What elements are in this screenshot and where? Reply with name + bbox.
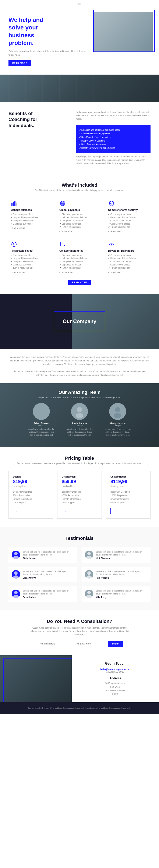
- svg-rect-0: [11, 204, 12, 206]
- benefits-section: Benefits of Coaching for Individuals. Se…: [0, 102, 159, 174]
- testimonial-stella-text: Sample text. Click to select the text bo…: [23, 551, 74, 556]
- testimonial-olga-content: Sample text. Click to select the text bo…: [23, 570, 74, 579]
- contact-email: hello@creativeagency.com: [78, 668, 153, 671]
- pricing-plan-customization-price: $119,99: [110, 479, 146, 484]
- testimonial-olga: Sample text. Click to select the text bo…: [8, 567, 77, 582]
- testimonial-avatar-mike: [85, 590, 93, 598]
- hero-image: [93, 12, 153, 52]
- read-more-button[interactable]: READ MORE: [68, 280, 91, 285]
- chart-icon: [10, 200, 18, 207]
- feature-global-payments-title: Global payments: [59, 209, 100, 211]
- svg-point-29: [86, 576, 92, 579]
- svg-point-30: [14, 591, 18, 594]
- footer: Sample text. Click to select the text bo…: [0, 702, 159, 714]
- consultation-submit-button[interactable]: Submit: [108, 641, 123, 647]
- features-grid: Manage business Give away your ideas Hel…: [8, 198, 151, 275]
- testimonial-cash-content: Sample text. Click to select the text bo…: [23, 590, 74, 598]
- testimonial-paul-name: Paul Hudson: [96, 577, 147, 579]
- feature-predictable-payout-learn-more[interactable]: LEARN MORE: [10, 271, 51, 273]
- testimonial-avatar-olga: [12, 570, 20, 579]
- pricing-plan-customization-name: Customization: [110, 475, 146, 478]
- company-para1: Arcu eu volutris amet quam lacus sit ame…: [8, 355, 151, 366]
- testimonial-avatar-cash: [12, 590, 20, 598]
- team-member-marry-name: Marry Hudson: [103, 422, 132, 425]
- bottom-image-border-box: [3, 658, 72, 702]
- feature-collaboration-notes-learn-more[interactable]: LEARN MORE: [59, 271, 100, 273]
- testimonial-cash-text: Sample text. Click to select the text bo…: [23, 590, 74, 595]
- building-image-strip: [0, 74, 159, 102]
- globe-icon: [59, 200, 66, 207]
- team-member-linda-name: Linda Larson: [65, 422, 94, 425]
- svg-point-27: [13, 576, 19, 579]
- pricing-plan-development-name: Development: [62, 475, 97, 478]
- hero-cta-button[interactable]: READ MORE: [8, 60, 31, 66]
- benefits-item-6: Boost your networking opportunities: [79, 146, 147, 150]
- pricing-plan-development-price: $59,99: [62, 479, 97, 484]
- pricing-cards: Design $19,99 Heading Here Beautifully D…: [8, 471, 151, 519]
- pricing-development-arrow[interactable]: →: [62, 508, 68, 514]
- pricing-card-design: Design $19,99 Heading Here Beautifully D…: [8, 471, 53, 519]
- svg-text:$: $: [13, 243, 14, 246]
- testimonials-heading: Testimonials: [8, 535, 151, 541]
- svg-line-15: [111, 243, 112, 246]
- team-cards: Adam Jonson Developer Sample text. Click…: [8, 403, 151, 437]
- benefits-desc1: Sed pulvinar proin gravida hendrerit lec…: [76, 111, 151, 121]
- our-company-heading: Our Company: [63, 318, 96, 324]
- team-avatar-linda: [71, 403, 88, 420]
- pricing-plan-design-name: Design: [13, 475, 49, 478]
- feature-predictable-payout-list: Give away your ideas Help avoid obvious …: [10, 254, 51, 270]
- feature-security-list: Give away your ideas Help avoid obvious …: [108, 213, 149, 228]
- team-member-marry-role: Designer: [103, 425, 132, 427]
- feature-manage-business-learn-more[interactable]: LEARN MORE: [10, 227, 51, 229]
- benefits-item-4: Deeper Level of Learning: [79, 139, 147, 143]
- feature-global-payments: Global payments Give away your ideas Hel…: [57, 198, 102, 235]
- feature-predictable-payout-title: Predictable payout: [10, 249, 51, 252]
- benefits-item-2: Increased level of engagement: [79, 132, 147, 135]
- team-member-linda: Linda Larson Manager Sample text. Click …: [65, 403, 94, 437]
- company-para2: Sit libula a ornare est vulputate eget l…: [8, 370, 151, 377]
- pricing-section: Pricing Table Set your commodo aenean ma…: [0, 447, 159, 527]
- company-text-section: Arcu eu volutris amet quam lacus sit ame…: [0, 349, 159, 383]
- testimonials-section: Testimonials Sample text. Click to selec…: [0, 527, 159, 610]
- pricing-design-arrow[interactable]: →: [13, 508, 19, 514]
- svg-rect-2: [14, 201, 15, 206]
- testimonial-avatar-paul: [85, 570, 93, 579]
- consultation-name-input[interactable]: [36, 641, 70, 647]
- feature-security-learn-more[interactable]: LEARN MORE: [108, 230, 149, 232]
- feature-developer-dashboard-title: Developer Dashboard: [108, 249, 149, 252]
- feature-developer-dashboard: Developer Dashboard Give away your ideas…: [106, 239, 151, 275]
- read-more-center: READ MORE: [8, 280, 151, 285]
- team-member-marry: Marry Hudson Designer Sample text. Click…: [103, 403, 132, 437]
- testimonial-avatar-stella: [12, 551, 20, 559]
- pricing-plan-customization-label: Heading Here: [110, 485, 146, 488]
- pricing-plan-development-label: Heading Here: [62, 485, 97, 488]
- consultation-section: Do You Need A Consultation? Quam mollis …: [0, 610, 159, 655]
- testimonial-cash-name: Cash Hudson: [23, 596, 74, 598]
- dollar-icon: $: [10, 241, 18, 248]
- svg-point-22: [14, 552, 18, 555]
- svg-point-21: [114, 413, 122, 418]
- team-overlay: Our Amazing Team Sample text. Click to s…: [0, 383, 159, 447]
- testimonial-nick-name: Nick Jhonson: [96, 557, 147, 560]
- svg-point-28: [87, 571, 91, 575]
- benefits-item-3: Safe Place to Gain Perspective: [79, 135, 147, 139]
- benefits-heading: Benefits of Coaching for Individuals.: [8, 111, 69, 129]
- feature-collaboration-notes-list: Give away your ideas Help avoid obvious …: [59, 254, 100, 270]
- footer-text: Sample text. Click to select the text bo…: [8, 707, 151, 710]
- svg-point-31: [13, 595, 19, 598]
- testimonial-paul-content: Sample text. Click to select the text bo…: [96, 570, 147, 579]
- pricing-card-development: Development $59,99 Heading Here Beautifu…: [57, 471, 102, 519]
- team-member-adam-desc: Sample text. Click to select the text bo…: [27, 428, 56, 437]
- team-avatar-marry: [109, 403, 126, 420]
- our-company-box: Our Company: [54, 311, 105, 331]
- team-subtitle: Sample text. Click to select the text bo…: [8, 396, 151, 399]
- pricing-customization-arrow[interactable]: →: [110, 508, 117, 514]
- pricing-plan-development-features: Beautifully Designed 100% Responsive Smo…: [62, 490, 97, 504]
- benefits-desc2: Turpis egestas integer eget aliquet nibh…: [76, 155, 151, 165]
- svg-point-16: [39, 407, 44, 412]
- feature-global-payments-learn-more[interactable]: LEARN MORE: [59, 230, 100, 232]
- consultation-email-input[interactable]: [72, 641, 106, 647]
- feature-developer-dashboard-learn-more[interactable]: LEARN MORE: [108, 271, 149, 273]
- testimonial-nick-text: Sample text. Click to select the text bo…: [96, 551, 147, 556]
- testimonial-stella: Sample text. Click to select the text bo…: [8, 548, 77, 563]
